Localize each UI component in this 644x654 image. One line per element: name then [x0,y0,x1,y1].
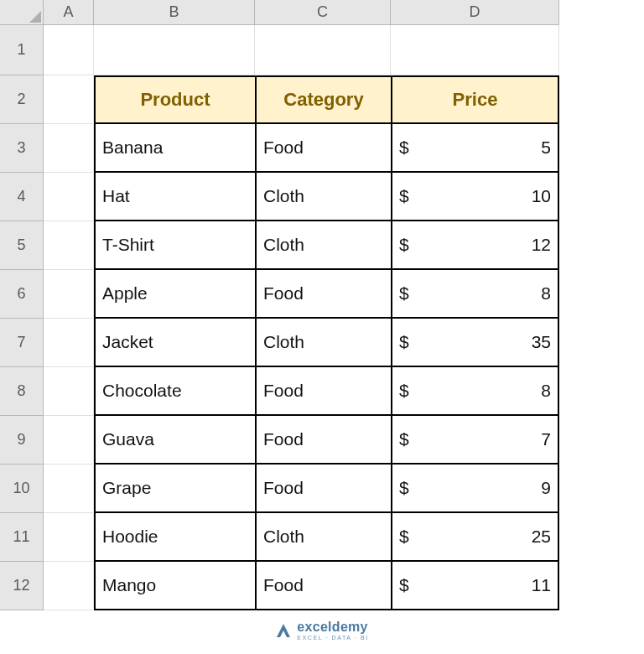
cell-category-9[interactable]: Food [255,562,391,610]
cell-price-0[interactable]: $5 [391,124,559,173]
currency-symbol: $ [399,332,409,352]
cell-a8[interactable] [44,367,94,416]
table-header-product[interactable]: Product [94,75,255,124]
currency-symbol: $ [399,429,409,449]
table-header-price[interactable]: Price [391,75,559,124]
branding-name: exceldemy [297,620,368,634]
price-value: 10 [532,186,551,206]
price-value: 5 [541,138,551,158]
cell-price-6[interactable]: $7 [391,416,559,465]
cell-category-0[interactable]: Food [255,124,391,173]
row-header-8[interactable]: 8 [0,367,44,416]
svg-marker-0 [29,11,41,23]
row-header-3[interactable]: 3 [0,124,44,173]
currency-symbol: $ [399,381,409,401]
cell-category-6[interactable]: Food [255,416,391,465]
price-value: 8 [541,381,551,401]
cell-a12[interactable] [44,562,94,610]
cell-c1[interactable] [255,25,391,75]
price-value: 7 [541,429,551,449]
cell-price-5[interactable]: $8 [391,367,559,416]
price-value: 12 [532,235,551,255]
cell-product-7[interactable]: Grape [94,465,255,513]
price-value: 25 [532,527,551,547]
select-all-icon [29,11,41,23]
cell-price-2[interactable]: $12 [391,221,559,270]
cell-price-7[interactable]: $9 [391,465,559,513]
currency-symbol: $ [399,138,409,158]
row-header-2[interactable]: 2 [0,75,44,124]
cell-a10[interactable] [44,465,94,513]
cell-product-5[interactable]: Chocolate [94,367,255,416]
branding-watermark: exceldemy EXCEL · DATA · BI [0,620,644,641]
cell-category-5[interactable]: Food [255,367,391,416]
cell-category-4[interactable]: Cloth [255,319,391,367]
exceldemy-icon [275,622,292,639]
column-header-b[interactable]: B [94,0,255,25]
currency-symbol: $ [399,575,409,595]
price-value: 35 [532,332,551,352]
spreadsheet-grid: A B C D 1 2 Product Category Price 3 Ban… [0,0,644,610]
cell-product-0[interactable]: Banana [94,124,255,173]
column-header-d[interactable]: D [391,0,559,25]
price-value: 11 [532,575,551,595]
cell-price-8[interactable]: $25 [391,513,559,562]
column-header-c[interactable]: C [255,0,391,25]
cell-price-9[interactable]: $11 [391,562,559,610]
row-header-1[interactable]: 1 [0,25,44,75]
cell-product-4[interactable]: Jacket [94,319,255,367]
row-header-5[interactable]: 5 [0,221,44,270]
cell-category-8[interactable]: Cloth [255,513,391,562]
price-value: 8 [541,283,551,304]
cell-a4[interactable] [44,173,94,221]
currency-symbol: $ [399,478,409,498]
row-header-12[interactable]: 12 [0,562,44,610]
currency-symbol: $ [399,283,409,304]
cell-a2[interactable] [44,75,94,124]
cell-price-3[interactable]: $8 [391,270,559,319]
row-header-4[interactable]: 4 [0,173,44,221]
branding-tagline: EXCEL · DATA · BI [297,635,368,641]
currency-symbol: $ [399,235,409,255]
cell-category-2[interactable]: Cloth [255,221,391,270]
cell-a7[interactable] [44,319,94,367]
currency-symbol: $ [399,186,409,206]
cell-price-4[interactable]: $35 [391,319,559,367]
cell-product-3[interactable]: Apple [94,270,255,319]
cell-a9[interactable] [44,416,94,465]
currency-symbol: $ [399,527,409,547]
cell-a5[interactable] [44,221,94,270]
row-header-6[interactable]: 6 [0,270,44,319]
cell-product-9[interactable]: Mango [94,562,255,610]
row-header-9[interactable]: 9 [0,416,44,465]
cell-product-1[interactable]: Hat [94,173,255,221]
table-header-category[interactable]: Category [255,75,391,124]
cell-product-6[interactable]: Guava [94,416,255,465]
cell-d1[interactable] [391,25,559,75]
price-value: 9 [541,478,551,498]
cell-b1[interactable] [94,25,255,75]
cell-product-8[interactable]: Hoodie [94,513,255,562]
cell-category-3[interactable]: Food [255,270,391,319]
row-header-7[interactable]: 7 [0,319,44,367]
cell-price-1[interactable]: $10 [391,173,559,221]
cell-a3[interactable] [44,124,94,173]
row-header-11[interactable]: 11 [0,513,44,562]
cell-category-7[interactable]: Food [255,465,391,513]
cell-product-2[interactable]: T-Shirt [94,221,255,270]
cell-category-1[interactable]: Cloth [255,173,391,221]
cell-a6[interactable] [44,270,94,319]
cell-a11[interactable] [44,513,94,562]
column-header-a[interactable]: A [44,0,94,25]
cell-a1[interactable] [44,25,94,75]
row-header-10[interactable]: 10 [0,465,44,513]
select-all-corner[interactable] [0,0,44,25]
